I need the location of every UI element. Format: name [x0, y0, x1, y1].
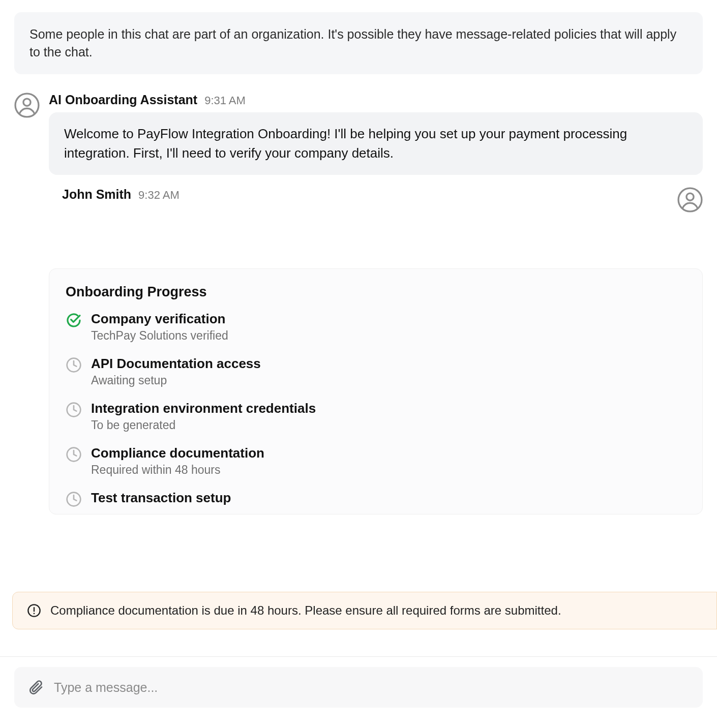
- progress-text: Integration environment credentials To b…: [91, 401, 316, 432]
- chat-area: Some people in this chat are part of an …: [0, 0, 717, 514]
- progress-item-sub: Awaiting setup: [91, 374, 261, 387]
- avatar: [677, 187, 703, 213]
- message-bubble: Welcome to PayFlow Integration Onboardin…: [49, 112, 703, 175]
- progress-item-title: Compliance documentation: [91, 445, 264, 461]
- message-column: AI Onboarding Assistant 9:31 AM Welcome …: [49, 93, 703, 175]
- org-policy-text: Some people in this chat are part of an …: [29, 27, 676, 59]
- progress-item: API Documentation access Awaiting setup: [66, 356, 686, 387]
- avatar: [14, 93, 40, 118]
- message-column: John Smith 9:32 AM: [14, 187, 668, 207]
- org-policy-banner: Some people in this chat are part of an …: [14, 12, 703, 74]
- message-row: John Smith 9:32 AM: [14, 187, 703, 213]
- message-header: AI Onboarding Assistant 9:31 AM: [49, 93, 703, 107]
- progress-text: API Documentation access Awaiting setup: [91, 356, 261, 387]
- progress-item: Compliance documentation Required within…: [66, 445, 686, 477]
- check-circle-icon: [66, 312, 82, 328]
- clock-icon: [66, 402, 82, 418]
- progress-text: Company verification TechPay Solutions v…: [91, 311, 228, 343]
- progress-item-title: Company verification: [91, 311, 228, 327]
- progress-text: Compliance documentation Required within…: [91, 445, 264, 477]
- progress-item-sub: Required within 48 hours: [91, 463, 264, 477]
- sender-name: John Smith: [62, 187, 131, 202]
- svg-point-3: [686, 193, 694, 200]
- message-composer[interactable]: [14, 667, 703, 708]
- message-body: Welcome to PayFlow Integration Onboardin…: [64, 126, 627, 161]
- compliance-alert-banner: Compliance documentation is due in 48 ho…: [12, 592, 717, 629]
- svg-point-1: [23, 99, 31, 106]
- progress-item-title: API Documentation access: [91, 356, 261, 372]
- alert-text: Compliance documentation is due in 48 ho…: [50, 603, 561, 618]
- message-row: AI Onboarding Assistant 9:31 AM Welcome …: [14, 93, 703, 175]
- clock-icon: [66, 446, 82, 463]
- progress-item: Company verification TechPay Solutions v…: [66, 311, 686, 343]
- message-input[interactable]: [54, 680, 690, 695]
- progress-item: Integration environment credentials To b…: [66, 401, 686, 432]
- progress-item-title: Test transaction setup: [91, 490, 231, 506]
- progress-item: Test transaction setup: [66, 490, 686, 508]
- clock-icon: [66, 491, 82, 507]
- progress-title: Onboarding Progress: [66, 284, 686, 300]
- divider: [0, 656, 717, 657]
- progress-item-sub: TechPay Solutions verified: [91, 329, 228, 343]
- progress-text: Test transaction setup: [91, 490, 231, 508]
- message-time: 9:31 AM: [204, 94, 246, 107]
- alert-circle-icon: [27, 603, 41, 618]
- message-time: 9:32 AM: [138, 189, 180, 202]
- progress-item-sub: To be generated: [91, 418, 316, 432]
- onboarding-progress-card: Onboarding Progress Company verification…: [49, 268, 703, 514]
- svg-point-10: [34, 613, 35, 614]
- clock-icon: [66, 357, 82, 373]
- progress-item-title: Integration environment credentials: [91, 401, 316, 416]
- message-header: John Smith 9:32 AM: [62, 187, 180, 202]
- sender-name: AI Onboarding Assistant: [49, 93, 197, 107]
- paperclip-icon[interactable]: [27, 679, 44, 695]
